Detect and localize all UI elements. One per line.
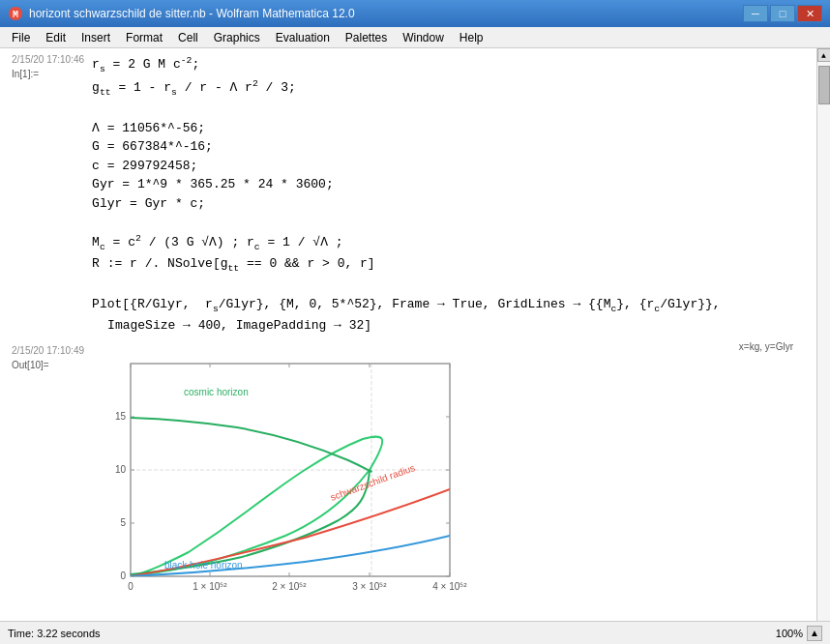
svg-text:10: 10 <box>115 464 127 475</box>
menu-help[interactable]: Help <box>452 27 491 47</box>
scroll-thumb[interactable] <box>818 66 830 104</box>
zoom-level: 100% <box>776 628 803 639</box>
code-line-11: R := r /. NSolve[gtt == 0 && r > 0, r] <box>92 254 797 276</box>
scroll-up-button[interactable]: ▲ <box>817 48 831 62</box>
input-label: In[1]:= <box>4 69 92 79</box>
menu-palettes[interactable]: Palettes <box>338 27 395 47</box>
menu-insert[interactable]: Insert <box>74 27 118 47</box>
notebook[interactable]: 2/15/20 17:10:46 In[1]:= rs = 2 G M c-2;… <box>0 48 816 621</box>
input-cell-header: 2/15/20 17:10:46 In[1]:= rs = 2 G M c-2;… <box>0 48 816 341</box>
svg-text:M: M <box>13 10 18 20</box>
menu-format[interactable]: Format <box>118 27 170 47</box>
svg-text:1 × 10⁵²: 1 × 10⁵² <box>193 581 227 592</box>
menu-graphics[interactable]: Graphics <box>206 27 268 47</box>
app-icon: M <box>8 6 23 21</box>
statusbar: Time: 3.22 seconds 100% ▲ <box>0 621 830 644</box>
cosmic-horizon-label: cosmic horizon <box>184 387 249 397</box>
plot-axis-label: x=kg, y=Glyr <box>92 341 797 352</box>
zoom-up-button[interactable]: ▲ <box>807 626 822 641</box>
close-button[interactable]: ✕ <box>797 5 822 22</box>
svg-text:4 × 10⁵²: 4 × 10⁵² <box>432 581 467 592</box>
menu-edit[interactable]: Edit <box>38 27 74 47</box>
timing-label: Time: 3.22 seconds <box>8 628 101 639</box>
code-line-2: gtt = 1 - rs / r - Λ r2 / 3; <box>92 77 797 101</box>
code-line-10: Mc = c2 / (3 G √Λ) ; rc = 1 / √Λ ; <box>92 232 797 255</box>
minimize-button[interactable]: ─ <box>743 5 768 22</box>
output-label: Out[10]= <box>4 360 92 370</box>
output-timestamp: 2/15/20 17:10:49 <box>4 341 92 360</box>
code-line-13: Plot[{R/Glyr, rs/Glyr}, {M, 0, 5*^52}, F… <box>92 295 797 316</box>
code-line-9 <box>92 213 797 232</box>
code-line-14: ImageSize → 400, ImagePadding → 32] <box>92 316 797 336</box>
main-area: 2/15/20 17:10:46 In[1]:= rs = 2 G M c-2;… <box>0 48 830 621</box>
plot-area: x=kg, y=Glyr 0 5 <box>92 341 816 600</box>
code-line-6: c = 299792458; <box>92 157 797 176</box>
titlebar: M horizont schwarzschild de sitter.nb - … <box>0 0 830 27</box>
code-block: rs = 2 G M c-2; gtt = 1 - rs / r - Λ r2 … <box>92 50 797 339</box>
svg-text:15: 15 <box>115 411 127 422</box>
code-line-5: G = 667384*^-16; <box>92 137 797 157</box>
input-content[interactable]: rs = 2 G M c-2; gtt = 1 - rs / r - Λ r2 … <box>92 50 816 339</box>
input-timestamp: 2/15/20 17:10:46 <box>4 50 92 69</box>
window-title: horizont schwarzschild de sitter.nb - Wo… <box>29 7 743 20</box>
window-controls[interactable]: ─ □ ✕ <box>743 5 822 22</box>
menu-file[interactable]: File <box>4 27 38 47</box>
code-line-8: Glyr = Gyr * c; <box>92 194 797 214</box>
maximize-button[interactable]: □ <box>770 5 795 22</box>
code-line-4: Λ = 11056*^-56; <box>92 119 797 138</box>
output-cell: 2/15/20 17:10:49 Out[10]= x=kg, y=Glyr <box>0 341 816 600</box>
black-hole-label: black hole horizon <box>164 560 243 571</box>
code-line-7: Gyr = 1*^9 * 365.25 * 24 * 3600; <box>92 175 797 194</box>
zoom-controls: 100% ▲ <box>776 626 822 641</box>
menu-evaluation[interactable]: Evaluation <box>268 27 338 47</box>
menu-cell[interactable]: Cell <box>170 27 206 47</box>
svg-text:3 × 10⁵²: 3 × 10⁵² <box>352 581 387 592</box>
svg-text:2 × 10⁵²: 2 × 10⁵² <box>272 581 307 592</box>
svg-text:0: 0 <box>121 571 127 581</box>
svg-text:0: 0 <box>128 581 133 592</box>
code-line-1: rs = 2 G M c-2; <box>92 54 797 77</box>
scrollbar[interactable]: ▲ <box>816 48 830 621</box>
menu-window[interactable]: Window <box>395 27 452 47</box>
plot-svg: 0 5 10 15 <box>92 354 469 600</box>
code-line-12 <box>92 276 797 295</box>
menubar: File Edit Insert Format Cell Graphics Ev… <box>0 27 830 48</box>
code-line-3 <box>92 100 797 119</box>
svg-text:5: 5 <box>121 517 127 528</box>
